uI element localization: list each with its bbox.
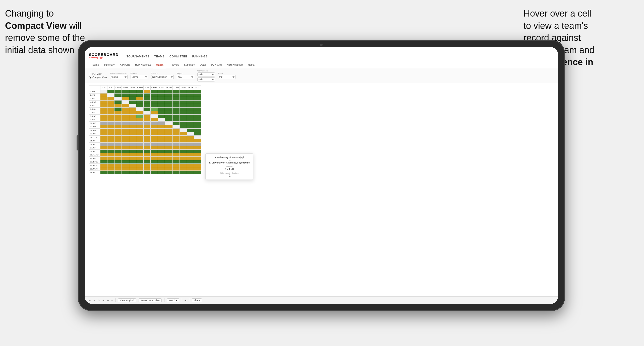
matrix-cell[interactable] — [165, 132, 172, 136]
matrix-cell[interactable] — [107, 97, 114, 101]
matrix-cell[interactable] — [122, 115, 129, 118]
matrix-cell[interactable] — [172, 108, 180, 111]
matrix-cell[interactable] — [129, 157, 136, 160]
matrix-cell[interactable] — [172, 111, 180, 115]
redo-button[interactable]: ↪ — [93, 299, 95, 302]
table-row[interactable]: 5. UT — [89, 104, 201, 108]
matrix-cell[interactable] — [144, 108, 151, 111]
matrix-cell[interactable] — [158, 90, 165, 94]
table-row[interactable]: 2. VU — [89, 94, 201, 97]
matrix-cell[interactable] — [158, 164, 165, 167]
matrix-cell[interactable] — [158, 160, 165, 164]
tab-detail[interactable]: Detail — [197, 62, 209, 68]
matrix-cell[interactable] — [129, 97, 136, 101]
zoom-out-button[interactable]: ⊖ — [107, 299, 109, 302]
matrix-cell[interactable] — [122, 101, 129, 104]
matrix-cell[interactable] — [194, 108, 201, 111]
matrix-cell[interactable] — [187, 167, 194, 171]
matrix-cell[interactable] — [165, 139, 172, 143]
matrix-cell[interactable] — [122, 122, 129, 125]
matrix-cell[interactable] — [129, 111, 136, 115]
matrix-cell[interactable] — [100, 160, 107, 164]
tab-teams[interactable]: Teams — [89, 62, 101, 68]
matrix-cell[interactable] — [100, 94, 107, 97]
matrix-cell[interactable] — [187, 171, 194, 174]
matrix-cell[interactable] — [114, 125, 122, 129]
matrix-cell[interactable] — [129, 167, 136, 171]
matrix-cell[interactable] — [151, 157, 158, 160]
matrix-cell[interactable] — [114, 132, 122, 136]
table-row[interactable]: 10. UW — [89, 122, 201, 125]
matrix-cell[interactable] — [129, 90, 136, 94]
matrix-cell[interactable] — [114, 122, 122, 125]
matrix-cell[interactable] — [165, 171, 172, 174]
matrix-cell[interactable] — [129, 132, 136, 136]
matrix-cell[interactable] — [151, 97, 158, 101]
matrix-cell[interactable] — [107, 94, 114, 97]
matrix-cell[interactable] — [187, 97, 194, 101]
matrix-cell[interactable] — [158, 143, 165, 146]
matrix-cell[interactable] — [136, 108, 144, 111]
reset-button[interactable]: ○ — [111, 299, 113, 302]
matrix-cell[interactable] — [100, 139, 107, 143]
table-row[interactable]: 16. UO — [89, 143, 201, 146]
matrix-cell[interactable] — [107, 90, 114, 94]
matrix-cell[interactable] — [180, 171, 187, 174]
gender-select[interactable]: Men's Women's — [131, 75, 148, 79]
matrix-cell[interactable] — [158, 122, 165, 125]
matrix-cell[interactable] — [136, 125, 144, 129]
matrix-cell[interactable] — [187, 129, 194, 132]
matrix-cell[interactable] — [172, 97, 180, 101]
matrix-cell[interactable] — [129, 101, 136, 104]
matrix-cell[interactable] — [122, 171, 129, 174]
nav-committee[interactable]: COMMITTEE — [169, 55, 187, 58]
matrix-cell[interactable] — [100, 164, 107, 167]
matrix-cell[interactable] — [194, 111, 201, 115]
matrix-cell[interactable] — [114, 108, 122, 111]
matrix-cell[interactable] — [129, 115, 136, 118]
matrix-cell[interactable] — [194, 90, 201, 94]
matrix-cell[interactable] — [187, 164, 194, 167]
matrix-cell[interactable] — [187, 132, 194, 136]
matrix-cell[interactable] — [100, 146, 107, 150]
matrix-cell[interactable] — [180, 164, 187, 167]
matrix-cell[interactable] — [122, 160, 129, 164]
matrix-cell[interactable] — [194, 125, 201, 129]
matrix-cell[interactable] — [114, 136, 122, 139]
matrix-cell[interactable] — [194, 139, 201, 143]
matrix-cell[interactable] — [172, 115, 180, 118]
matrix-cell[interactable] — [180, 111, 187, 115]
tab-h2h-grid-right[interactable]: H2H Grid — [209, 62, 224, 68]
matrix-cell[interactable] — [136, 111, 144, 115]
matrix-cell[interactable] — [129, 129, 136, 132]
grid-button[interactable]: ⊞ — [185, 299, 187, 302]
matrix-cell[interactable] — [180, 153, 187, 157]
matrix-cell[interactable] — [180, 146, 187, 150]
matrix-cell[interactable] — [144, 101, 151, 104]
matrix-cell[interactable] — [194, 104, 201, 108]
matrix-cell[interactable] — [151, 125, 158, 129]
matrix-cell[interactable] — [180, 101, 187, 104]
matrix-cell[interactable] — [187, 118, 194, 122]
compact-view-radio[interactable]: Compact View — [89, 76, 107, 78]
matrix-cell[interactable] — [165, 157, 172, 160]
matrix-cell[interactable] — [144, 157, 151, 160]
matrix-cell[interactable] — [136, 101, 144, 104]
matrix-cell[interactable] — [100, 115, 107, 118]
table-row[interactable]: 18. UI — [89, 150, 201, 153]
matrix-cell[interactable] — [107, 132, 114, 136]
matrix-cell[interactable] — [194, 143, 201, 146]
matrix-cell[interactable] — [165, 118, 172, 122]
table-row[interactable]: 22. UCB — [89, 164, 201, 167]
matrix-cell[interactable] — [158, 101, 165, 104]
matrix-cell[interactable] — [165, 115, 172, 118]
matrix-cell[interactable] — [172, 94, 180, 97]
matrix-cell[interactable] — [136, 139, 144, 143]
matrix-cell[interactable] — [144, 104, 151, 108]
matrix-cell[interactable] — [107, 150, 114, 153]
matrix-cell[interactable] — [144, 129, 151, 132]
matrix-cell[interactable] — [122, 157, 129, 160]
matrix-cell[interactable] — [129, 143, 136, 146]
matrix-cell[interactable] — [172, 118, 180, 122]
matrix-cell[interactable] — [194, 167, 201, 171]
